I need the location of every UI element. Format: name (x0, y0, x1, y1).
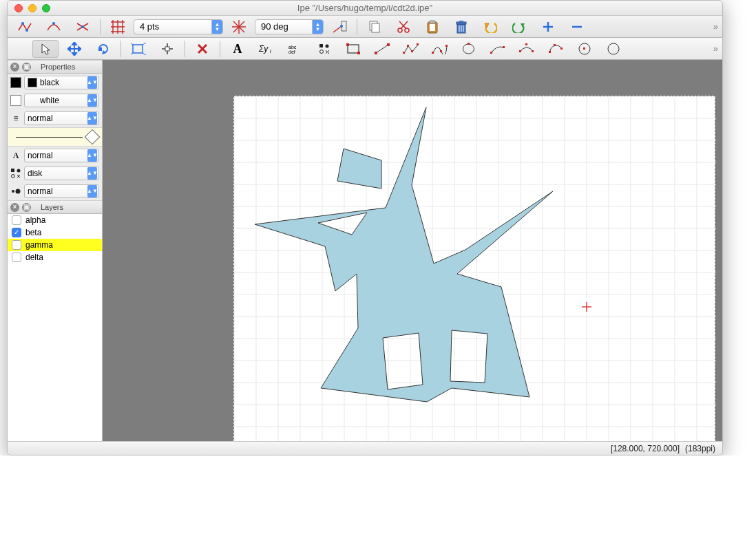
properties-panel: black ▲▼ white ▲▼ ≡ normal (8, 74, 102, 200)
arc1-mode-button[interactable] (485, 40, 511, 58)
svg-rect-77 (560, 47, 563, 50)
translate-mode-button[interactable] (61, 40, 87, 58)
arc2-mode-button[interactable] (514, 40, 540, 58)
stroke-swatch-icon (28, 78, 37, 87)
layer-item[interactable]: alpha (8, 214, 102, 226)
line-mode-button[interactable] (369, 40, 395, 58)
layers-title: Layers (41, 203, 63, 211)
chevron-icon: ▲▼ (87, 112, 97, 125)
svg-line-59 (376, 45, 388, 53)
math-mode-button[interactable]: Σyi (253, 40, 280, 58)
layer-visibility-checkbox[interactable] (12, 240, 21, 250)
stroke-color-select[interactable]: black ▲▼ (24, 76, 99, 89)
snap-control-button[interactable] (41, 18, 67, 36)
svg-rect-75 (549, 51, 551, 53)
label-mode-button[interactable]: A (224, 40, 251, 58)
snap-auto-button[interactable] (326, 18, 353, 36)
layer-visibility-checkbox[interactable] (12, 228, 21, 237)
chevron-icon: ▲▼ (87, 185, 97, 197)
paste-button[interactable] (419, 18, 445, 36)
layer-item[interactable]: beta (8, 226, 102, 239)
sidebar: × ▣ Properties black ▲▼ (8, 60, 103, 441)
svg-rect-65 (417, 43, 419, 45)
arc3-mode-button[interactable] (543, 40, 569, 58)
svg-text:abc: abc (288, 45, 297, 50)
toolbar-overflow-icon[interactable]: » (713, 43, 718, 54)
pen-icon: ≡ (10, 113, 21, 124)
svg-rect-43 (165, 47, 169, 51)
cut-button[interactable] (390, 18, 417, 36)
layer-name-label: alpha (25, 215, 45, 225)
delete-button[interactable] (448, 18, 474, 36)
drawing-canvas[interactable] (233, 96, 715, 441)
abs-fill-swatch[interactable] (10, 95, 21, 106)
svg-rect-71 (503, 46, 505, 48)
svg-point-52 (326, 44, 329, 47)
svg-rect-73 (525, 43, 527, 45)
polyline-mode-button[interactable] (398, 40, 424, 58)
snap-grid-button[interactable] (105, 18, 131, 36)
svg-rect-30 (459, 21, 463, 22)
window-controls (14, 4, 50, 12)
pen-label: normal (28, 114, 53, 123)
close-icon[interactable] (14, 4, 23, 12)
snap-vertex-button[interactable] (12, 18, 38, 36)
circle1-mode-button[interactable] (571, 40, 598, 58)
panel-detach-icon[interactable]: ▣ (22, 203, 31, 212)
angle-snap-select[interactable]: 90 deg ▲▼ (255, 19, 324, 34)
grid-size-select[interactable]: 4 pts ▲▼ (134, 19, 223, 34)
undo-button[interactable] (477, 18, 503, 36)
spline-mode-button[interactable] (427, 40, 453, 58)
zoom-out-button[interactable] (564, 18, 590, 36)
markshape-icon (10, 168, 21, 179)
svg-rect-76 (554, 44, 556, 46)
svg-rect-56 (348, 45, 359, 53)
pan-mode-button[interactable] (154, 40, 180, 58)
svg-rect-72 (519, 50, 521, 52)
markshape-label: disk (28, 169, 42, 178)
svg-text:def: def (288, 50, 295, 54)
copy-button[interactable] (361, 18, 388, 36)
panel-detach-icon[interactable]: ▣ (22, 63, 31, 72)
splinegon-mode-button[interactable] (456, 40, 482, 58)
layer-name-label: gamma (25, 240, 53, 250)
layer-item[interactable]: delta (8, 251, 102, 264)
snap-angle-button[interactable] (226, 18, 252, 36)
svg-point-86 (12, 190, 14, 193)
snap-intersection-button[interactable] (70, 18, 96, 36)
select-mode-button[interactable] (32, 40, 59, 58)
marksize-select[interactable]: normal ▲▼ (24, 184, 99, 198)
pen-select[interactable]: normal ▲▼ (24, 111, 99, 125)
textsize-select[interactable]: normal ▲▼ (24, 149, 99, 162)
main-area: × ▣ Properties black ▲▼ (8, 60, 722, 441)
svg-rect-79 (583, 47, 585, 50)
svg-point-0 (21, 22, 24, 25)
layer-visibility-checkbox[interactable] (12, 215, 21, 225)
fill-color-select[interactable]: white ▲▼ (24, 94, 99, 107)
abs-stroke-swatch[interactable] (10, 77, 21, 88)
stretch-mode-button[interactable] (125, 40, 151, 58)
redo-button[interactable] (506, 18, 532, 36)
svg-rect-29 (456, 22, 466, 24)
textsize-label: normal (28, 151, 53, 160)
paragraph-mode-button[interactable]: abcdef (282, 40, 308, 58)
panel-close-icon[interactable]: × (10, 203, 19, 212)
layer-visibility-checkbox[interactable] (12, 253, 21, 262)
rectangle-mode-button[interactable] (340, 40, 366, 58)
arrow-row[interactable] (8, 127, 102, 147)
canvas-area[interactable] (103, 60, 722, 441)
minimize-icon[interactable] (28, 4, 36, 12)
properties-panel-header: × ▣ Properties (8, 60, 102, 74)
status-ppi: (183ppi) (685, 444, 715, 453)
marks-mode-button[interactable] (311, 40, 337, 58)
panel-close-icon[interactable]: × (10, 63, 19, 72)
markshape-select[interactable]: disk ▲▼ (24, 167, 99, 180)
zoom-in-button[interactable] (535, 18, 561, 36)
toolbar-overflow-icon[interactable]: » (713, 21, 718, 32)
zoom-icon[interactable] (42, 4, 50, 12)
status-coords: [128.000, 720.000] (611, 444, 680, 453)
layer-item[interactable]: gamma (8, 239, 102, 251)
rotate-mode-button[interactable] (90, 40, 116, 58)
delete-mode-button[interactable] (189, 40, 216, 58)
circle2-mode-button[interactable] (600, 40, 627, 58)
